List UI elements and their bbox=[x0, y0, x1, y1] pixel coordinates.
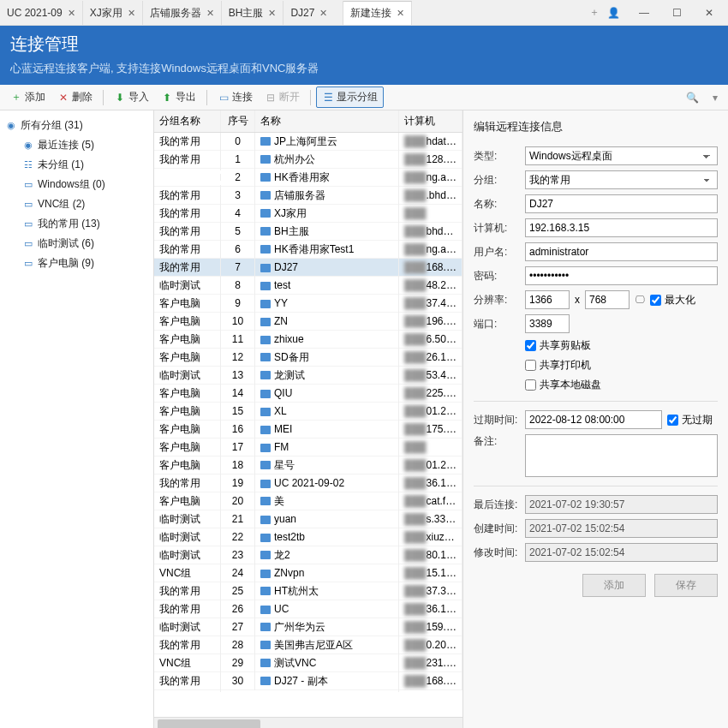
port-stepper[interactable] bbox=[525, 314, 570, 333]
created-field bbox=[525, 519, 718, 538]
col-group[interactable]: 分组名称 bbox=[154, 110, 221, 132]
connection-icon bbox=[260, 264, 271, 272]
tab-close-icon[interactable]: ✕ bbox=[319, 8, 327, 19]
tab-close-icon[interactable]: ✕ bbox=[268, 8, 276, 19]
export-button[interactable]: ⬆导出 bbox=[156, 87, 201, 107]
label-lastconn: 最后连接: bbox=[474, 498, 520, 512]
monitor-icon[interactable]: 🖵 bbox=[635, 294, 645, 306]
import-icon: ⬇ bbox=[114, 92, 126, 104]
label-user: 用户名: bbox=[474, 245, 520, 260]
sidebar-item[interactable]: ▭VNC组 (2) bbox=[3, 194, 150, 214]
connection-icon bbox=[260, 282, 271, 290]
header: 连接管理 心蓝远程连接客户端, 支持连接Windows远程桌面和VNC服务器 bbox=[0, 26, 728, 85]
tab-close-icon[interactable]: ✕ bbox=[206, 8, 214, 19]
search-icon[interactable]: 🔍 bbox=[679, 89, 706, 106]
res-width-stepper[interactable] bbox=[525, 290, 570, 309]
import-button[interactable]: ⬇导入 bbox=[109, 87, 154, 107]
connection-icon bbox=[260, 677, 271, 685]
tab-add-button[interactable]: ＋ bbox=[582, 1, 607, 25]
connection-icon bbox=[260, 390, 271, 398]
group-select[interactable]: 我的常用 bbox=[525, 170, 718, 189]
tab-close-icon[interactable]: ✕ bbox=[68, 8, 75, 19]
label-host: 计算机: bbox=[474, 221, 520, 236]
delete-button[interactable]: ✕删除 bbox=[52, 87, 98, 107]
tab[interactable]: 新建连接✕ bbox=[343, 1, 412, 25]
connect-button[interactable]: ▭连接 bbox=[212, 87, 258, 107]
close-button[interactable]: ✕ bbox=[694, 1, 725, 25]
dropdown-icon[interactable]: ▾ bbox=[707, 89, 723, 106]
label-expire: 过期时间: bbox=[474, 413, 520, 427]
maximize-checkbox[interactable]: 最大化 bbox=[650, 293, 695, 307]
remark-field[interactable] bbox=[525, 434, 718, 477]
connection-icon bbox=[260, 587, 271, 595]
password-field[interactable] bbox=[525, 266, 718, 285]
clipboard-checkbox[interactable]: 共享剪贴板 bbox=[525, 338, 591, 353]
sidebar-item[interactable]: ▭Windows组 (0) bbox=[3, 175, 150, 194]
col-host[interactable]: 计算机 bbox=[399, 110, 462, 132]
connection-icon bbox=[260, 371, 271, 379]
sidebar-item[interactable]: ▭临时测试 (6) bbox=[3, 234, 150, 254]
sidebar-item[interactable]: ▭客户电脑 (9) bbox=[3, 254, 150, 273]
sidebar-item[interactable]: ☷未分组 (1) bbox=[3, 155, 150, 175]
sidebar-item[interactable]: ◉最近连接 (5) bbox=[3, 135, 150, 155]
connection-icon bbox=[260, 570, 271, 578]
user-field[interactable] bbox=[525, 242, 718, 261]
type-select[interactable]: Windows远程桌面 bbox=[525, 146, 718, 165]
group-icon: ☷ bbox=[22, 159, 34, 171]
group-icon: ◉ bbox=[22, 140, 34, 152]
list-icon: ☰ bbox=[322, 92, 334, 104]
col-name[interactable]: 名称 bbox=[255, 110, 399, 132]
tab[interactable]: XJ家用✕ bbox=[83, 1, 143, 25]
connection-icon bbox=[260, 353, 271, 361]
connection-icon bbox=[260, 641, 271, 649]
name-field[interactable] bbox=[525, 194, 718, 213]
page-subtitle: 心蓝远程连接客户端, 支持连接Windows远程桌面和VNC服务器 bbox=[10, 61, 718, 76]
label-name: 名称: bbox=[474, 197, 520, 212]
connection-icon bbox=[260, 137, 271, 146]
tab[interactable]: DJ27✕ bbox=[283, 1, 343, 25]
col-seq[interactable]: 序号 bbox=[221, 110, 255, 132]
group-icon: ▭ bbox=[22, 179, 34, 191]
connection-icon bbox=[260, 300, 271, 308]
toolbar: ＋添加 ✕删除 ⬇导入 ⬆导出 ▭连接 ⊟断开 ☰显示分组 🔍 ▾ bbox=[0, 85, 728, 110]
disconnect-button[interactable]: ⊟断开 bbox=[260, 87, 305, 107]
noexpire-checkbox[interactable]: 无过期 bbox=[667, 413, 713, 427]
table-header: 分组名称 序号 名称 计算机 bbox=[154, 110, 462, 133]
connection-icon bbox=[260, 318, 271, 326]
tab-close-icon[interactable]: ✕ bbox=[397, 8, 404, 19]
disk-checkbox[interactable]: 共享本地磁盘 bbox=[525, 378, 601, 392]
detail-save-button[interactable]: 保存 bbox=[654, 574, 718, 597]
user-icon[interactable]: 👤 bbox=[607, 7, 620, 19]
label-remark: 备注: bbox=[474, 434, 520, 449]
res-height-stepper[interactable] bbox=[585, 290, 630, 309]
connection-icon bbox=[260, 426, 271, 434]
expire-field[interactable] bbox=[525, 410, 662, 429]
connection-icon bbox=[260, 245, 271, 254]
host-field[interactable] bbox=[525, 218, 718, 237]
horizontal-scrollbar[interactable] bbox=[154, 717, 462, 728]
page-title: 连接管理 bbox=[10, 33, 718, 56]
sidebar-item[interactable]: ▭我的常用 (13) bbox=[3, 214, 150, 234]
detail-panel: 编辑远程连接信息 类型:Windows远程桌面 分组:我的常用 名称: 计算机:… bbox=[462, 110, 728, 728]
tab-close-icon[interactable]: ✕ bbox=[128, 8, 135, 19]
tab[interactable]: UC 2021-09✕ bbox=[0, 1, 83, 25]
add-button[interactable]: ＋添加 bbox=[5, 87, 51, 107]
disconnect-icon: ⊟ bbox=[265, 92, 277, 104]
connection-icon bbox=[260, 444, 271, 452]
connection-icon bbox=[260, 209, 271, 218]
printer-checkbox[interactable]: 共享打印机 bbox=[525, 358, 591, 373]
detail-add-button[interactable]: 添加 bbox=[582, 574, 646, 597]
cross-icon: ✕ bbox=[57, 92, 69, 104]
tree-root[interactable]: ◉ 所有分组 (31) bbox=[3, 116, 150, 135]
showgroup-button[interactable]: ☰显示分组 bbox=[316, 87, 384, 108]
tab[interactable]: 店铺服务器✕ bbox=[143, 1, 222, 25]
maximize-button[interactable]: ☐ bbox=[661, 1, 692, 25]
minimize-button[interactable]: — bbox=[629, 1, 659, 25]
connection-icon bbox=[260, 480, 271, 488]
connection-icon bbox=[260, 408, 271, 416]
label-res: 分辨率: bbox=[474, 293, 520, 307]
table-row[interactable]: 我的常用30DJ27 - 副本███168.3.27 bbox=[154, 672, 462, 690]
tab[interactable]: BH主服✕ bbox=[222, 1, 284, 25]
label-created: 创建时间: bbox=[474, 522, 520, 536]
connection-icon bbox=[260, 534, 271, 542]
